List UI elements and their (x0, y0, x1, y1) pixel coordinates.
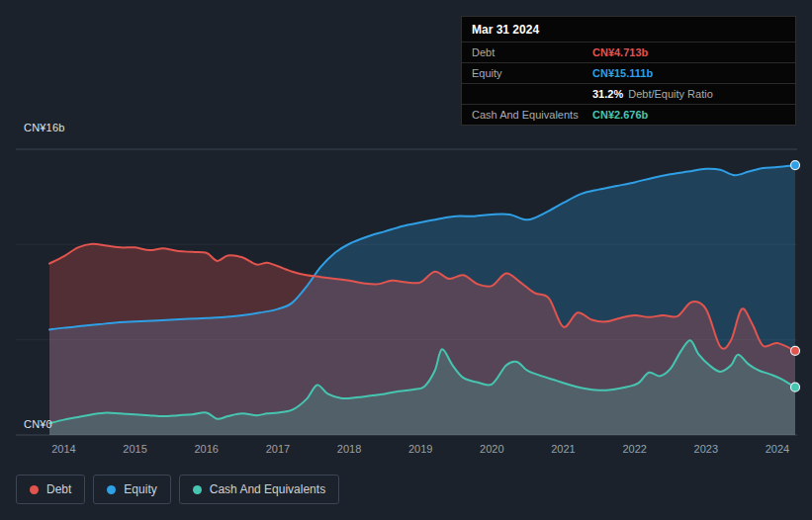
tooltip-cash-row: Cash And Equivalents CN¥2.676b (462, 104, 795, 125)
equity-dot-icon (107, 485, 116, 494)
x-axis-label: 2023 (694, 443, 718, 455)
legend-equity-label: Equity (124, 482, 156, 496)
tooltip-debt-value: CN¥4.713b (592, 46, 648, 58)
x-axis-label: 2024 (766, 443, 789, 455)
cash-dot-icon (193, 485, 202, 494)
tooltip-equity-row: Equity CN¥15.111b (462, 62, 795, 83)
x-axis-label: 2017 (266, 443, 290, 455)
chart-legend: Debt Equity Cash And Equivalents (16, 475, 339, 504)
x-axis-label: 2018 (337, 443, 361, 455)
debt-dot-icon (30, 485, 39, 494)
chart-tooltip: Mar 31 2024 Debt CN¥4.713b Equity CN¥15.… (461, 16, 796, 126)
ratio-percent: 31.2% (592, 88, 623, 100)
legend-item-debt[interactable]: Debt (16, 475, 85, 504)
x-axis-label: 2014 (51, 443, 75, 455)
tooltip-date: Mar 31 2024 (462, 17, 795, 42)
x-axis-label: 2015 (123, 443, 146, 455)
y-axis-label-max: CN¥16b (24, 122, 65, 133)
x-axis-label: 2019 (408, 443, 432, 455)
x-axis-label: 2021 (551, 443, 575, 455)
cash-endpoint-marker (791, 383, 800, 391)
legend-item-equity[interactable]: Equity (93, 475, 170, 504)
tooltip-equity-value: CN¥15.111b (592, 67, 653, 79)
x-axis-label: 2022 (622, 443, 646, 455)
y-axis-label-zero: CN¥0 (24, 418, 52, 430)
x-axis-label: 2020 (480, 443, 503, 455)
debt-equity-history-panel: 2014201520162017201820192020202120222023… (0, 0, 812, 520)
legend-cash-label: Cash And Equivalents (210, 482, 325, 496)
legend-item-cash[interactable]: Cash And Equivalents (179, 475, 339, 504)
x-axis-label: 2016 (194, 443, 218, 455)
equity-endpoint-marker (791, 161, 800, 170)
tooltip-ratio-row: 31.2%Debt/Equity Ratio (462, 83, 795, 104)
tooltip-debt-label: Debt (472, 46, 592, 58)
tooltip-ratio-value: 31.2%Debt/Equity Ratio (592, 88, 713, 100)
tooltip-cash-label: Cash And Equivalents (472, 109, 592, 121)
debt-endpoint-marker (791, 346, 800, 355)
legend-debt-label: Debt (46, 482, 71, 496)
tooltip-cash-value: CN¥2.676b (592, 109, 648, 121)
tooltip-debt-row: Debt CN¥4.713b (462, 42, 795, 62)
tooltip-equity-label: Equity (472, 67, 592, 79)
ratio-caption: Debt/Equity Ratio (628, 88, 713, 100)
